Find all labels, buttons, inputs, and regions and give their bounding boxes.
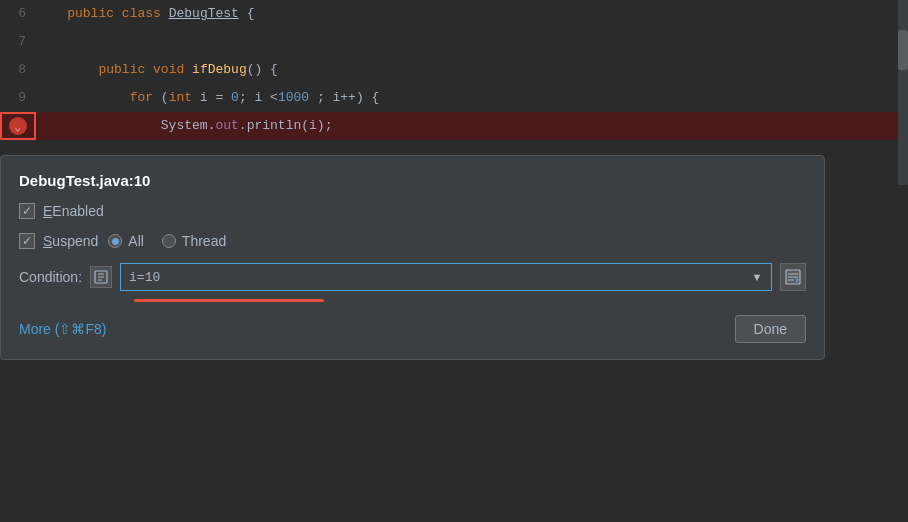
all-radio-option[interactable]: All — [108, 233, 144, 249]
suspend-label: Suspend — [43, 233, 98, 249]
code-line-6: 6 public class DebugTest { — [0, 0, 908, 28]
suspend-row: Suspend All Thread — [19, 233, 806, 249]
enabled-checkbox[interactable] — [19, 203, 35, 219]
code-content-6: public class DebugTest { — [36, 0, 255, 28]
code-line-9: 9 for (int i = 0; i <1000 ; i++) { — [0, 84, 908, 112]
code-content-10: System.out.println(i); — [36, 112, 332, 140]
suspend-checkbox[interactable] — [19, 233, 35, 249]
thread-label: Thread — [182, 233, 226, 249]
scrollbar-track — [898, 0, 908, 185]
enabled-row: EEnabled — [19, 203, 806, 219]
code-line-8: 8 public void ifDebug() { — [0, 56, 908, 84]
code-content-9: for (int i = 0; i <1000 ; i++) { — [36, 84, 379, 112]
dialog-footer: More (⇧⌘F8) Done — [19, 315, 806, 343]
condition-input[interactable] — [125, 270, 747, 285]
enabled-checkbox-label[interactable]: EEnabled — [19, 203, 104, 219]
code-line-10: System.out.println(i); — [0, 112, 908, 140]
condition-input-wrapper: ▼ — [120, 263, 772, 291]
condition-icon-button[interactable] — [90, 266, 112, 288]
code-line-7: 7 — [0, 28, 908, 56]
breakpoint-icon[interactable] — [9, 117, 27, 135]
breakpoint-dialog: DebugTest.java:10 EEnabled Suspend All T… — [0, 155, 825, 360]
condition-dropdown-button[interactable]: ▼ — [747, 264, 767, 290]
code-content-8: public void ifDebug() { — [36, 56, 278, 84]
all-radio[interactable] — [108, 234, 122, 248]
condition-expand-button[interactable] — [780, 263, 806, 291]
enabled-label: EEnabled — [43, 203, 104, 219]
suspend-radio-group: All Thread — [108, 233, 226, 249]
suspend-checkbox-label[interactable]: Suspend — [19, 233, 98, 249]
dialog-title: DebugTest.java:10 — [19, 172, 806, 189]
more-link[interactable]: More (⇧⌘F8) — [19, 321, 106, 337]
condition-row: Condition: ▼ — [19, 263, 806, 291]
scrollbar-thumb[interactable] — [898, 30, 908, 70]
line-number-9: 9 — [0, 84, 36, 112]
all-label: All — [128, 233, 144, 249]
done-button[interactable]: Done — [735, 315, 806, 343]
thread-radio[interactable] — [162, 234, 176, 248]
line-number-7: 7 — [0, 28, 36, 56]
condition-label: Condition: — [19, 269, 82, 285]
line-number-6: 6 — [0, 0, 36, 28]
thread-radio-option[interactable]: Thread — [162, 233, 226, 249]
condition-error-underline — [134, 299, 324, 303]
line-number-8: 8 — [0, 56, 36, 84]
breakpoint-box — [0, 112, 36, 140]
